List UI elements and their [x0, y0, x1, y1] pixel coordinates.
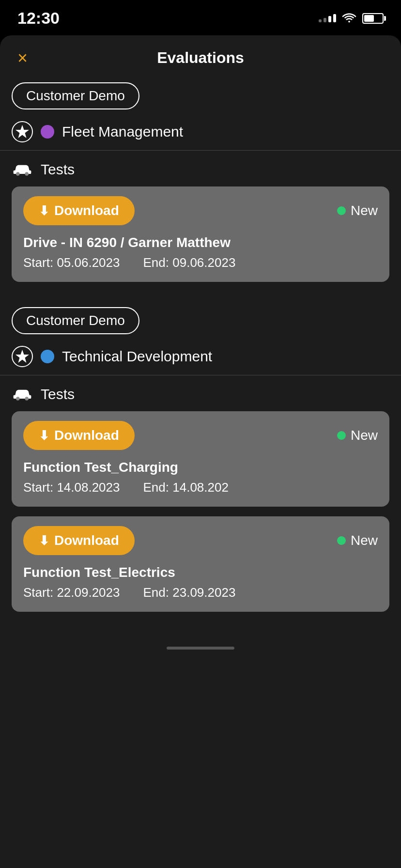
test-card-3: ⬇ Download New Function Test_Electrics S…: [12, 516, 389, 612]
car-icon-2: [12, 385, 33, 403]
star-icon-2: [12, 346, 33, 367]
svg-point-6: [16, 397, 19, 400]
header: × Evaluations: [0, 35, 401, 78]
download-button-1[interactable]: ⬇ Download: [23, 196, 135, 225]
download-arrow-icon-2: ⬇: [39, 428, 49, 443]
new-badge-3: New: [337, 533, 378, 548]
green-dot-3: [337, 536, 346, 545]
card-end-2: End: 14.08.202: [143, 480, 229, 495]
download-button-3[interactable]: ⬇ Download: [23, 526, 135, 555]
card-top-3: ⬇ Download New: [23, 526, 378, 555]
home-indicator: [167, 647, 234, 650]
tests-label-2: Tests: [41, 386, 75, 403]
green-dot-2: [337, 431, 346, 440]
card-top-1: ⬇ Download New: [23, 196, 378, 225]
status-time: 12:30: [17, 9, 60, 28]
card-start-3: Start: 22.09.2023: [23, 585, 120, 600]
car-icon-1: [12, 160, 33, 179]
main-container: × Evaluations Customer Demo Fleet Manage…: [0, 35, 401, 868]
battery-icon: [362, 13, 384, 24]
card-start-2: Start: 14.08.2023: [23, 480, 120, 495]
dot-blue: [41, 350, 54, 363]
card-dates-2: Start: 14.08.2023 End: 14.08.202: [23, 480, 378, 495]
card-end-1: End: 09.06.2023: [143, 255, 236, 270]
tests-label-1: Tests: [41, 161, 75, 178]
card-title-3: Function Test_Electrics: [23, 565, 378, 580]
fleet-row-1: Fleet Management: [12, 117, 389, 150]
customer-tag-1: Customer Demo: [12, 82, 139, 109]
section-fleet-management: Customer Demo Fleet Management Tests: [0, 78, 401, 303]
fleet-row-2: Technical Development: [12, 342, 389, 375]
status-icons: [319, 12, 384, 25]
star-icon: [12, 121, 33, 142]
new-badge-2: New: [337, 428, 378, 443]
download-arrow-icon: ⬇: [39, 203, 49, 218]
card-dates-1: Start: 05.06.2023 End: 09.06.2023: [23, 255, 378, 270]
svg-point-3: [25, 172, 29, 175]
page-title: Evaluations: [157, 49, 244, 67]
card-title-1: Drive - IN 6290 / Garner Matthew: [23, 235, 378, 250]
wifi-icon: [342, 12, 356, 25]
fleet-name-2: Technical Development: [62, 348, 212, 365]
download-button-2[interactable]: ⬇ Download: [23, 421, 135, 450]
section-technical-development: Customer Demo Technical Development Test…: [0, 303, 401, 633]
card-dates-3: Start: 22.09.2023 End: 23.09.2023: [23, 585, 378, 600]
svg-point-2: [16, 172, 19, 175]
new-badge-1: New: [337, 203, 378, 218]
card-top-2: ⬇ Download New: [23, 421, 378, 450]
signal-icon: [319, 14, 336, 22]
download-arrow-icon-3: ⬇: [39, 533, 49, 548]
svg-point-7: [25, 397, 29, 400]
green-dot-1: [337, 206, 346, 215]
status-bar: 12:30: [0, 0, 401, 32]
tests-row-2: Tests: [12, 375, 389, 411]
svg-marker-1: [15, 125, 29, 138]
bottom-indicator: [0, 633, 401, 661]
card-end-3: End: 23.09.2023: [143, 585, 236, 600]
dot-purple: [41, 125, 54, 139]
test-card-1: ⬇ Download New Drive - IN 6290 / Garner …: [12, 186, 389, 282]
card-title-2: Function Test_Charging: [23, 460, 378, 475]
tests-row-1: Tests: [12, 151, 389, 186]
close-button[interactable]: ×: [17, 49, 28, 67]
test-card-2: ⬇ Download New Function Test_Charging St…: [12, 411, 389, 507]
fleet-name-1: Fleet Management: [62, 124, 183, 140]
card-start-1: Start: 05.06.2023: [23, 255, 120, 270]
customer-tag-2: Customer Demo: [12, 307, 139, 334]
svg-marker-5: [15, 350, 29, 363]
